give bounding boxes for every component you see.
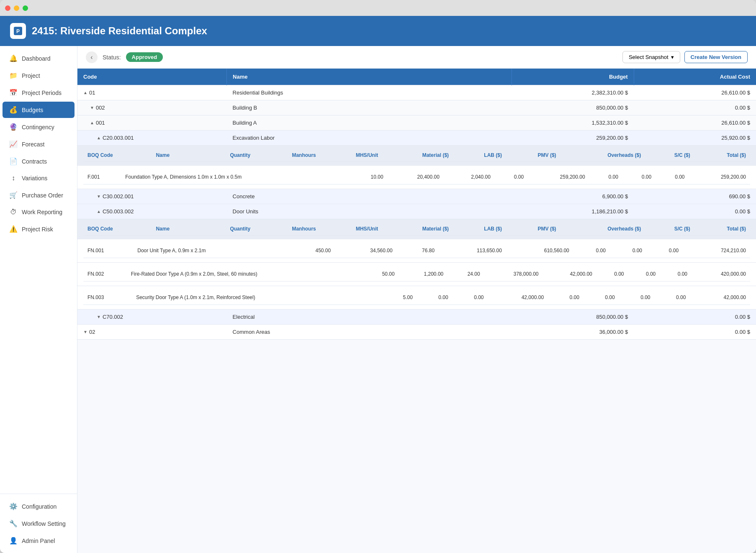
boq-cell-6: 610,560.00 [506,243,573,258]
row-code: ▼C30.002.001 [77,189,227,204]
row-name: Common Areas [227,325,512,340]
boq-data-row: FN.001Door Unit Type A, 0.9m x 2.1m450.0… [77,239,756,263]
boq-cell-3: 20,400.00 [388,170,444,184]
sidebar-item-variations[interactable]: ↕️Variations [3,170,75,186]
sidebar-label-admin-panel: Admin Panel [22,538,55,544]
row-actual-cost: 0.00 $ [634,204,756,219]
sidebar-item-project-periods[interactable]: 📅Project Periods [3,84,75,101]
expand-icon[interactable]: ▲ [97,136,101,140]
status-badge: Approved [126,52,163,62]
maximize-button[interactable] [23,5,28,11]
boq-cell-1: Door Unit Type A, 0.9m x 2.1m [133,243,287,258]
svg-text:P: P [16,28,20,34]
boq-col-s-c----: S/C ($) [645,223,694,236]
sidebar-label-project-periods: Project Periods [22,90,62,96]
boq-cell-1: Security Door Type A (1.0m x 2.1m, Reinf… [132,290,381,305]
boq-col-mhs-unit: MHS/Unit [320,223,383,236]
boq-cell-9: 0.00 [660,267,692,282]
main-content: 🔔Dashboard📁Project📅Project Periods💰Budge… [0,46,756,553]
table-container[interactable]: Code Name Budget Actual Cost ▲01Resident… [77,69,756,553]
sidebar-item-purchase-order[interactable]: 🛒Purchase Order [3,187,75,203]
work-reporting-icon: ⏱ [9,208,18,216]
boq-col-overheads----: Overheads ($) [561,149,645,162]
sidebar-item-configuration[interactable]: ⚙️Configuration [3,498,75,515]
col-actual-cost: Actual Cost [634,69,756,85]
row-budget: 1,186,210.00 $ [512,204,634,219]
row-name: Building B [227,100,512,115]
expand-icon[interactable]: ▲ [97,209,101,214]
sidebar-item-work-reporting[interactable]: ⏱Work Reporting [3,204,75,220]
boq-col-name: Name [152,149,196,162]
sidebar-item-admin-panel[interactable]: 👤Admin Panel [3,533,75,549]
titlebar [0,0,756,16]
collapse-button[interactable]: ‹ [86,51,98,63]
level1-row: ▼02Common Areas36,000.00 $0.00 $ [77,325,756,340]
boq-cell-10: 724,210.00 [683,243,750,258]
boq-col-manhours: Manhours [255,149,320,162]
boq-cell-9: 0.00 [646,243,683,258]
row-name: Electrical [227,310,512,325]
boq-header-row: BOQ CodeNameQuantityManhoursMHS/UnitMate… [77,146,756,166]
expand-icon[interactable]: ▼ [97,194,101,199]
boq-cell-10: 42,000.00 [690,290,750,305]
minimize-button[interactable] [14,5,19,11]
boq-cell-0: FN.002 [83,267,127,282]
sidebar-item-dashboard[interactable]: 🔔Dashboard [3,50,75,67]
sidebar-bottom: ⚙️Configuration🔧Workflow Setting👤Admin P… [0,494,77,550]
boq-col-name: Name [152,223,196,236]
boq-cell-5: 42,000.00 [488,290,548,305]
boq-cell-7: 0.00 [589,170,622,184]
sidebar-item-contracts[interactable]: 📄Contracts [3,153,75,169]
row-actual-cost: 25,920.00 $ [634,131,756,146]
project-icon: 📁 [9,72,18,79]
sidebar-item-contingency[interactable]: 🔮Contingency [3,119,75,135]
sidebar-label-contracts: Contracts [22,158,47,165]
boq-cell-0: F.001 [83,170,121,184]
project-periods-icon: 📅 [9,89,18,97]
row-name: Excavation Labor [227,131,512,146]
sidebar-item-workflow-setting[interactable]: 🔧Workflow Setting [3,515,75,532]
boq-cell-6: 0.00 [548,290,584,305]
expand-icon[interactable]: ▼ [97,315,101,319]
boq-col-quantity: Quantity [196,149,255,162]
boq-cell-5: 378,000.00 [484,267,543,282]
boq-cell-3: 0.00 [417,290,453,305]
boq-data-row: FN.002Fire-Rated Door Type A (0.9m x 2.0… [77,263,756,286]
row-code: ▲C50.003.002 [77,204,227,219]
boq-cell-3: 34,560.00 [335,243,396,258]
select-snapshot-button[interactable]: Select Snapshot ▾ [622,51,680,63]
expand-icon[interactable]: ▼ [83,330,87,334]
sidebar-label-budgets: Budgets [22,107,43,113]
row-budget: 36,000.00 $ [512,325,634,340]
level1-row: ▲01Residential Buildings2,382,310.00 $26… [77,85,756,100]
purchase-order-icon: 🛒 [9,191,18,199]
boq-cell-2: 50.00 [362,267,399,282]
close-button[interactable] [5,5,10,11]
boq-col-pmv----: PMV ($) [506,223,561,236]
expand-icon[interactable]: ▲ [90,120,94,125]
sidebar-item-project-risk[interactable]: ⚠️Project Risk [3,221,75,237]
row-actual-cost: 0.00 $ [634,325,756,340]
boq-cell-4: 0.00 [453,290,488,305]
sidebar-item-budgets[interactable]: 💰Budgets [3,102,75,118]
project-title: 2415: Riverside Residential Complex [32,25,207,37]
sidebar-label-project: Project [22,72,40,79]
expand-icon[interactable]: ▼ [90,105,94,110]
boq-col-quantity: Quantity [196,223,255,236]
dropdown-icon: ▾ [671,54,674,60]
sidebar-item-forecast[interactable]: 📈Forecast [3,136,75,152]
boq-cell-7: 0.00 [597,267,628,282]
sidebar-label-purchase-order: Purchase Order [22,192,63,199]
boq-cell-4: 24.00 [447,267,484,282]
sidebar-item-project[interactable]: 📁Project [3,67,75,84]
col-code: Code [77,69,227,85]
boq-col-total----: Total ($) [694,149,750,162]
expand-icon[interactable]: ▲ [83,90,87,95]
col-budget: Budget [512,69,634,85]
boq-col-mhs-unit: MHS/Unit [320,149,383,162]
row-name: Residential Buildings [227,85,512,100]
configuration-icon: ⚙️ [9,502,18,510]
sidebar-label-project-risk: Project Risk [22,226,53,233]
boq-cell-10: 259,200.00 [689,170,750,184]
create-new-version-button[interactable]: Create New Version [684,51,748,63]
